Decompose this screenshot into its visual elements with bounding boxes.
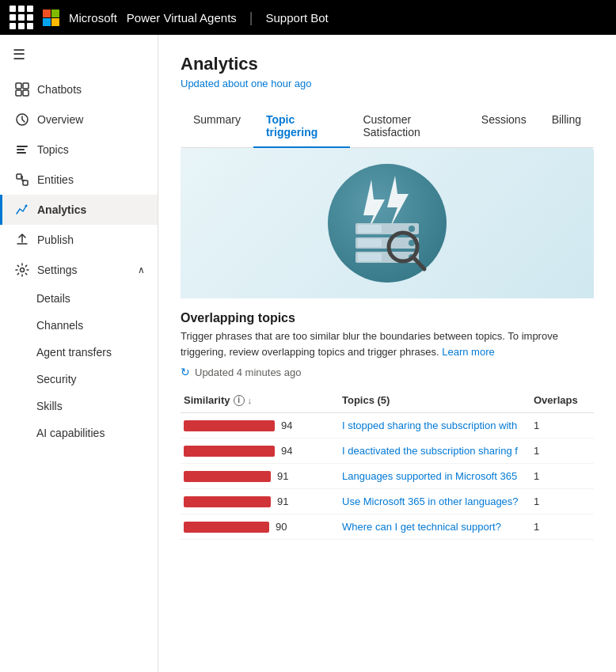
- similarity-cell-1: 94: [181, 439, 339, 464]
- svg-rect-3: [23, 90, 29, 96]
- illustration-circle: [328, 164, 447, 283]
- topic-cell-3[interactable]: Use Microsoft 365 in other languages?: [339, 489, 530, 514]
- analytics-icon: [15, 203, 29, 217]
- settings-icon: [15, 263, 29, 277]
- microsoft-logo: [43, 9, 59, 26]
- analytics-tabs: Summary Topic triggering Customer Satisf…: [181, 105, 594, 148]
- overlapping-topics-section: Overlapping topics Trigger phrases that …: [181, 298, 594, 540]
- ai-capabilities-label: AI capabilities: [36, 427, 105, 439]
- sidebar-sub-security[interactable]: Security: [0, 366, 158, 393]
- svg-rect-0: [16, 83, 21, 89]
- tab-summary[interactable]: Summary: [181, 105, 253, 148]
- entities-label: Entities: [37, 173, 74, 186]
- similarity-cell-3: 91: [181, 489, 339, 514]
- svg-point-10: [25, 205, 28, 207]
- similarity-value-2: 91: [277, 470, 295, 482]
- similarity-cell-2: 91: [181, 464, 339, 489]
- sidebar-item-settings[interactable]: Settings ∧: [0, 255, 158, 285]
- sidebar-sub-details[interactable]: Details: [0, 285, 158, 312]
- chatbots-label: Chatbots: [37, 83, 82, 96]
- publish-label: Publish: [37, 233, 74, 246]
- topic-cell-0[interactable]: I stopped sharing the subscription with: [339, 413, 530, 439]
- section-title: Overlapping topics: [181, 311, 594, 325]
- update-row: ↻ Updated 4 minutes ago: [181, 366, 594, 378]
- updated-text: Updated 4 minutes ago: [195, 366, 301, 378]
- similarity-bar-3: [184, 496, 271, 507]
- col-overlaps-header: Overlaps: [530, 388, 594, 413]
- svg-rect-6: [17, 149, 25, 150]
- overlaps-cell-2: 1: [530, 464, 594, 489]
- similarity-cell-0: 94: [181, 413, 339, 439]
- similarity-bar-4: [184, 522, 269, 533]
- sidebar-item-entities[interactable]: Entities: [0, 165, 158, 195]
- similarity-cell-4: 90: [181, 514, 339, 540]
- overlapping-table-container: Similarity i ↓ Topics (5) Overlaps: [181, 378, 594, 540]
- similarity-value-1: 94: [281, 445, 298, 457]
- similarity-sort-icon[interactable]: ↓: [248, 396, 253, 405]
- overlaps-cell-1: 1: [530, 439, 594, 464]
- details-label: Details: [36, 292, 70, 305]
- topic-cell-1[interactable]: I deactivated the subscription sharing f: [339, 439, 530, 464]
- apps-grid-icon[interactable]: [10, 6, 33, 29]
- sidebar-sub-ai-capabilities[interactable]: AI capabilities: [0, 420, 158, 446]
- nav-title: Power Virtual Agents: [127, 11, 237, 25]
- topics-icon: [15, 142, 29, 157]
- sidebar-sub-channels[interactable]: Channels: [0, 312, 158, 339]
- svg-marker-13: [387, 176, 409, 229]
- svg-rect-7: [17, 152, 26, 154]
- sidebar-sub-skills[interactable]: Skills: [0, 393, 158, 420]
- svg-rect-5: [17, 146, 28, 147]
- overview-label: Overview: [37, 113, 83, 126]
- hamburger-menu[interactable]: ☰: [0, 35, 158, 74]
- sidebar-item-analytics[interactable]: Analytics: [0, 195, 158, 225]
- sidebar-item-topics[interactable]: Topics: [0, 135, 158, 165]
- similarity-bar-1: [184, 446, 275, 457]
- similarity-info-icon[interactable]: i: [234, 395, 245, 406]
- sidebar-sub-agent-transfers[interactable]: Agent transfers: [0, 339, 158, 366]
- bot-name: Support Bot: [266, 11, 329, 25]
- overlaps-cell-4: 1: [530, 514, 594, 540]
- sidebar-item-publish[interactable]: Publish: [0, 225, 158, 255]
- table-row: 94 I deactivated the subscription sharin…: [181, 439, 594, 464]
- learn-more-link[interactable]: Learn more: [442, 346, 494, 358]
- overview-icon: [15, 112, 29, 127]
- col-topics-header: Topics (5): [339, 388, 530, 413]
- security-label: Security: [36, 373, 77, 385]
- sidebar-item-overview[interactable]: Overview: [0, 104, 158, 135]
- top-navigation: Microsoft Power Virtual Agents | Support…: [0, 0, 616, 35]
- settings-toggle-icon: ∧: [138, 264, 145, 275]
- page-subtitle: Updated about one hour ago: [181, 78, 594, 89]
- svg-rect-9: [23, 180, 28, 185]
- entities-icon: [15, 173, 29, 187]
- svg-rect-18: [358, 239, 382, 247]
- tab-sessions[interactable]: Sessions: [469, 105, 539, 148]
- topics-label: Topics: [37, 143, 69, 156]
- svg-rect-15: [358, 225, 382, 233]
- svg-rect-21: [358, 253, 382, 261]
- nav-separator: |: [249, 9, 253, 26]
- section-description: Trigger phrases that are too similar blu…: [181, 328, 594, 359]
- topic-cell-2[interactable]: Languages supported in Microsoft 365: [339, 464, 530, 489]
- sidebar-item-chatbots[interactable]: Chatbots: [0, 74, 158, 104]
- similarity-bar-2: [184, 471, 271, 482]
- refresh-icon: ↻: [181, 366, 190, 378]
- col-similarity-header: Similarity i ↓: [181, 388, 339, 413]
- sidebar: ☰ Chatbots Overview: [0, 35, 158, 672]
- tab-topic-triggering[interactable]: Topic triggering: [253, 105, 350, 148]
- similarity-value-4: 90: [276, 521, 293, 533]
- chatbots-icon: [15, 82, 29, 97]
- page-title: Analytics: [181, 54, 594, 74]
- overlaps-cell-0: 1: [530, 413, 594, 439]
- tab-customer-satisfaction[interactable]: Customer Satisfaction: [350, 105, 468, 148]
- svg-point-16: [409, 226, 415, 232]
- table-row: 90 Where can I get technical support? 1: [181, 514, 594, 540]
- tab-billing[interactable]: Billing: [539, 105, 594, 148]
- topic-cell-4[interactable]: Where can I get technical support?: [339, 514, 530, 540]
- svg-rect-2: [16, 90, 21, 96]
- publish-icon: [15, 233, 29, 247]
- settings-label: Settings: [37, 264, 78, 276]
- brand-name: Microsoft: [69, 11, 117, 25]
- overlaps-cell-3: 1: [530, 489, 594, 514]
- svg-rect-8: [17, 174, 21, 179]
- illustration-area: [181, 148, 594, 298]
